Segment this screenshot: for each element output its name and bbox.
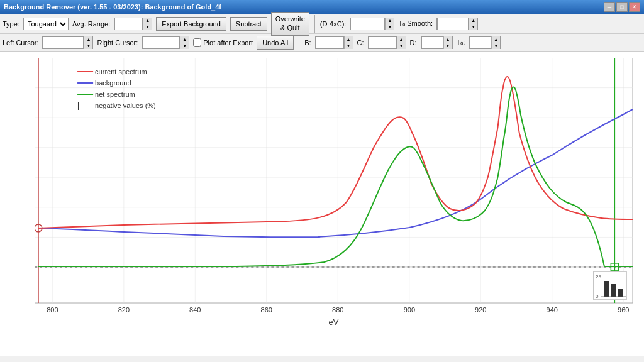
avg-range-label: Avg. Range:	[72, 20, 110, 28]
t0smooth-label: T₀ Smooth:	[398, 19, 433, 28]
d4c-input[interactable]: -6572	[350, 18, 385, 30]
right-cursor-up[interactable]: ▲	[180, 36, 189, 43]
t0-down[interactable]: ▼	[491, 43, 500, 49]
plot-after-export-checkbox[interactable]	[193, 38, 201, 47]
t0-input[interactable]: 0	[469, 36, 491, 49]
d4c-label: (D-4xC):	[320, 20, 347, 28]
d-label: D:	[410, 39, 417, 47]
left-cursor-label: Left Cursor:	[3, 39, 38, 47]
right-cursor-input[interactable]: 957.8 eV	[142, 36, 180, 49]
chart-area: 700 600 500 400 300 200 100 0 -100 800 8…	[0, 52, 644, 356]
d-spinner[interactable]: 0 ▲ ▼	[421, 36, 453, 49]
svg-text:940: 940	[547, 306, 558, 314]
avg-range-spinner[interactable]: 0.5 % ▲ ▼	[114, 18, 152, 30]
b-input[interactable]: 2776	[316, 36, 344, 49]
left-cursor-spinner[interactable]: 796.13 eV ▲ ▼	[42, 36, 93, 49]
subtract-button[interactable]: Subtract	[230, 17, 267, 31]
t0-up[interactable]: ▲	[491, 36, 500, 43]
avg-range-up[interactable]: ▲	[143, 18, 152, 24]
svg-text:25: 25	[596, 274, 601, 280]
t0smooth-up[interactable]: ▲	[469, 18, 477, 24]
y-axis	[0, 58, 35, 321]
svg-rect-54	[618, 289, 623, 297]
b-label: B:	[304, 39, 311, 47]
type-label: Type:	[3, 20, 19, 28]
d-down[interactable]: ▼	[443, 43, 452, 49]
svg-text:860: 860	[261, 306, 272, 314]
x-axis-label: eV	[329, 317, 339, 327]
svg-text:negative values (%): negative values (%)	[95, 102, 156, 109]
t0smooth-spinner[interactable]: 0.5 eV ▲ ▼	[436, 18, 478, 30]
c-down[interactable]: ▼	[397, 43, 406, 49]
svg-text:current spectrum: current spectrum	[95, 68, 147, 75]
separator-2	[299, 34, 299, 52]
svg-text:900: 900	[404, 306, 415, 314]
svg-text:840: 840	[189, 306, 201, 314]
svg-text:net spectrum: net spectrum	[95, 90, 135, 98]
c-up[interactable]: ▲	[397, 36, 406, 43]
b-up[interactable]: ▲	[344, 36, 353, 43]
chart-svg: 700 600 500 400 300 200 100 0 -100 800 8…	[35, 58, 633, 328]
d-up[interactable]: ▲	[443, 36, 452, 43]
left-cursor-down[interactable]: ▼	[84, 43, 92, 49]
svg-text:920: 920	[475, 306, 486, 314]
window-title: Background Remover (ver. 1.55 - 03/2023)…	[4, 3, 221, 11]
toolbar-row-2: Left Cursor: 796.13 eV ▲ ▼ Right Cursor:…	[0, 34, 644, 52]
svg-text:800: 800	[47, 306, 58, 314]
b-spinner[interactable]: 2776 ▲ ▼	[315, 36, 353, 49]
svg-text:820: 820	[118, 306, 130, 314]
minimize-button[interactable]: ─	[604, 2, 615, 12]
avg-range-down[interactable]: ▼	[143, 24, 152, 30]
toolbar-row-1: Type: Tougaard Avg. Range: 0.5 % ▲ ▼ Exp…	[0, 14, 644, 34]
title-bar: Background Remover (ver. 1.55 - 03/2023)…	[0, 0, 644, 14]
export-background-button[interactable]: Export Background	[156, 17, 226, 31]
close-button[interactable]: ✕	[629, 2, 640, 12]
svg-rect-53	[611, 284, 616, 297]
maximize-button[interactable]: □	[616, 2, 628, 12]
t0smooth-input[interactable]: 0.5 eV	[437, 18, 469, 30]
avg-range-input[interactable]: 0.5 %	[114, 18, 143, 30]
d4c-spinner[interactable]: -6572 ▲ ▼	[350, 18, 394, 30]
d4c-up[interactable]: ▲	[385, 18, 394, 24]
c-label: C:	[357, 39, 364, 47]
d4c-down[interactable]: ▼	[385, 24, 394, 30]
d-input[interactable]: 0	[421, 36, 443, 49]
svg-text:880: 880	[332, 306, 343, 314]
t0-spinner[interactable]: 0 ▲ ▼	[469, 36, 501, 49]
right-cursor-spinner[interactable]: 957.8 eV ▲ ▼	[142, 36, 189, 49]
type-select[interactable]: Tougaard	[23, 18, 69, 30]
undo-all-button[interactable]: Undo All	[257, 36, 294, 50]
c-input[interactable]: 1643	[369, 36, 397, 49]
left-cursor-input[interactable]: 796.13 eV	[43, 36, 84, 49]
left-cursor-up[interactable]: ▲	[84, 36, 92, 43]
t0-label: T₀:	[457, 38, 465, 47]
c-spinner[interactable]: 1643 ▲ ▼	[368, 36, 406, 49]
plot-after-export-group[interactable]: Plot after Export	[193, 38, 253, 47]
svg-text:960: 960	[618, 306, 629, 314]
overwrite-quit-button[interactable]: Overwrite& Quit	[271, 12, 309, 36]
right-cursor-label: Right Cursor:	[97, 39, 138, 47]
svg-rect-52	[604, 281, 609, 297]
svg-text:background: background	[95, 79, 131, 87]
svg-text:|: |	[77, 101, 80, 110]
t0smooth-down[interactable]: ▼	[469, 24, 477, 30]
window-controls[interactable]: ─ □ ✕	[604, 2, 640, 12]
b-down[interactable]: ▼	[344, 43, 353, 49]
right-cursor-down[interactable]: ▼	[180, 43, 189, 49]
separator-1	[314, 15, 315, 33]
plot-after-export-label: Plot after Export	[203, 39, 253, 47]
svg-text:0: 0	[596, 293, 599, 299]
